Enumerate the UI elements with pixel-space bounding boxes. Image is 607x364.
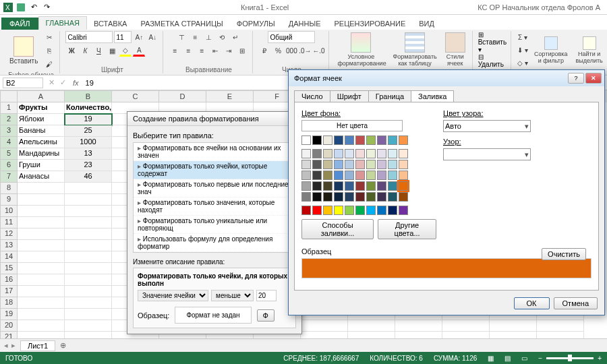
cell[interactable]: 19 bbox=[65, 114, 112, 125]
cell[interactable]: Мандарины bbox=[18, 148, 65, 160]
rowhead[interactable]: 9 bbox=[0, 194, 18, 206]
tab-review[interactable]: РЕЦЕНЗИРОВАНИЕ bbox=[327, 18, 412, 30]
cell[interactable] bbox=[65, 309, 112, 320]
color-swatch[interactable] bbox=[312, 192, 322, 202]
color-swatch[interactable] bbox=[388, 206, 397, 215]
color-swatch[interactable] bbox=[312, 206, 322, 215]
cell[interactable] bbox=[537, 320, 584, 332]
rule-type-item[interactable]: Форматировать только ячейки, которые сод… bbox=[134, 161, 295, 179]
rowhead[interactable]: 20 bbox=[0, 320, 18, 332]
rowhead[interactable]: 1 bbox=[0, 102, 18, 114]
fill-icon[interactable]: ⬇ ▾ bbox=[517, 44, 529, 56]
bold-button[interactable]: Ж bbox=[65, 44, 78, 57]
rowhead[interactable]: 15 bbox=[0, 263, 18, 274]
inc-decimal-icon[interactable]: .0→ bbox=[299, 44, 311, 57]
color-swatch[interactable] bbox=[312, 135, 322, 145]
cell[interactable]: 23 bbox=[65, 160, 112, 171]
color-swatch[interactable] bbox=[366, 171, 376, 180]
color-swatch[interactable] bbox=[323, 171, 333, 180]
undo-icon[interactable]: ↶ bbox=[28, 2, 39, 13]
condition-value-input[interactable] bbox=[256, 290, 277, 301]
underline-button[interactable]: Ч bbox=[92, 44, 105, 57]
name-box[interactable] bbox=[3, 78, 43, 88]
rowhead[interactable]: 17 bbox=[0, 286, 18, 297]
color-swatch[interactable] bbox=[312, 171, 322, 180]
wrap-text-icon[interactable]: ↵ bbox=[229, 31, 241, 43]
cut-icon[interactable]: ✂ bbox=[43, 31, 55, 43]
color-swatch[interactable] bbox=[366, 160, 376, 169]
redo-icon[interactable]: ↷ bbox=[41, 2, 52, 13]
color-swatch[interactable] bbox=[334, 192, 343, 202]
color-swatch[interactable] bbox=[366, 206, 376, 215]
condition-operator-select[interactable]: меньше bbox=[211, 290, 254, 301]
rule-type-item[interactable]: Форматировать только первые или последни… bbox=[134, 179, 295, 198]
cell[interactable] bbox=[18, 297, 65, 309]
cell[interactable] bbox=[395, 320, 442, 332]
view-layout-icon[interactable]: ▤ bbox=[504, 355, 511, 362]
cell[interactable] bbox=[65, 263, 112, 274]
color-swatch[interactable] bbox=[334, 171, 343, 180]
pattern-color-select[interactable]: Авто bbox=[443, 120, 531, 132]
grow-font-icon[interactable]: A↑ bbox=[133, 31, 145, 43]
sort-filter-button[interactable]: Сортировка и фильтр bbox=[531, 35, 570, 65]
color-swatch[interactable] bbox=[323, 135, 333, 145]
rowhead[interactable]: 18 bbox=[0, 297, 18, 309]
rowhead[interactable]: 19 bbox=[0, 309, 18, 320]
font-size-input[interactable] bbox=[114, 31, 132, 43]
cell[interactable] bbox=[18, 286, 65, 297]
help-button[interactable]: ? bbox=[568, 73, 584, 84]
cancel-button[interactable]: Отмена bbox=[554, 297, 598, 309]
color-swatch[interactable] bbox=[334, 160, 343, 169]
tab-border[interactable]: Граница bbox=[368, 90, 411, 102]
format-button[interactable]: Ф bbox=[257, 309, 274, 322]
cell[interactable] bbox=[18, 217, 65, 229]
color-swatch[interactable] bbox=[355, 135, 365, 145]
color-swatch[interactable] bbox=[323, 181, 333, 191]
cell[interactable] bbox=[348, 320, 395, 332]
tab-home[interactable]: ГЛАВНАЯ bbox=[38, 16, 87, 30]
color-swatch[interactable] bbox=[301, 149, 311, 158]
tab-insert[interactable]: ВСТАВКА bbox=[87, 18, 134, 30]
color-swatch[interactable] bbox=[366, 192, 376, 202]
format-painter-icon[interactable]: 🖌 bbox=[43, 58, 55, 70]
view-normal-icon[interactable]: ▦ bbox=[488, 355, 494, 362]
cell[interactable] bbox=[18, 309, 65, 320]
color-swatch[interactable] bbox=[334, 135, 343, 145]
color-swatch[interactable] bbox=[366, 135, 376, 145]
cell[interactable] bbox=[65, 229, 112, 240]
add-sheet-icon[interactable]: ⊕ bbox=[57, 341, 69, 350]
color-swatch[interactable] bbox=[377, 171, 386, 180]
rowhead[interactable]: 16 bbox=[0, 274, 18, 286]
border-icon[interactable]: ▦ bbox=[106, 44, 118, 57]
colhead-e[interactable]: E bbox=[206, 90, 254, 102]
cell[interactable] bbox=[18, 229, 65, 240]
rule-type-item[interactable]: Форматировать все ячейки на основании их… bbox=[134, 143, 295, 161]
rule-type-item[interactable]: Использовать формулу для определения фор… bbox=[134, 234, 295, 252]
merge-icon[interactable]: ⊞ bbox=[236, 44, 248, 57]
align-center-icon[interactable]: ≡ bbox=[182, 44, 194, 57]
color-swatch[interactable] bbox=[355, 149, 365, 158]
rowhead[interactable]: 11 bbox=[0, 217, 18, 229]
cell[interactable]: Апельсины bbox=[18, 137, 65, 148]
cell[interactable] bbox=[65, 217, 112, 229]
comma-icon[interactable]: 000 bbox=[285, 44, 297, 57]
cell[interactable]: 46 bbox=[65, 171, 112, 183]
paste-button[interactable]: Вставить bbox=[7, 35, 40, 66]
color-swatch[interactable] bbox=[345, 192, 354, 202]
align-right-icon[interactable]: ≡ bbox=[196, 44, 208, 57]
color-swatch[interactable] bbox=[377, 206, 386, 215]
cell[interactable] bbox=[490, 320, 537, 332]
color-swatch[interactable] bbox=[301, 181, 311, 191]
color-swatch[interactable] bbox=[388, 149, 397, 158]
color-swatch[interactable] bbox=[366, 149, 376, 158]
rule-type-list[interactable]: Форматировать все ячейки на основании их… bbox=[133, 142, 296, 253]
cell[interactable] bbox=[18, 240, 65, 251]
tab-layout[interactable]: РАЗМЕТКА СТРАНИЦЫ bbox=[134, 18, 229, 30]
clear-icon[interactable]: ◇ ▾ bbox=[517, 57, 529, 69]
color-swatch[interactable] bbox=[388, 181, 397, 191]
rowhead[interactable]: 12 bbox=[0, 229, 18, 240]
save-icon[interactable] bbox=[16, 2, 26, 13]
cell[interactable]: Количество, кг bbox=[65, 102, 112, 114]
cell[interactable] bbox=[65, 240, 112, 251]
percent-icon[interactable]: % bbox=[272, 44, 284, 57]
